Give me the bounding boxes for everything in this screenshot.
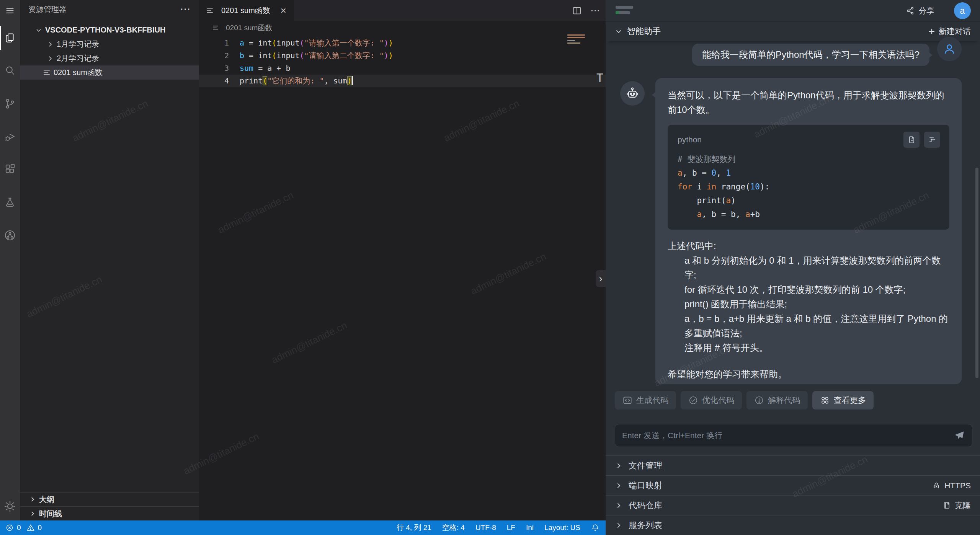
chevron-right-icon [47, 41, 57, 48]
share-icon [906, 6, 915, 15]
assistant-section-header: 智能助手 新建对话 [606, 21, 980, 41]
activity-bar [0, 0, 20, 520]
panel-topbar: 分享 a [606, 0, 980, 22]
new-chat-label: 新建对话 [939, 26, 971, 37]
clone-button[interactable]: 克隆 [942, 500, 971, 511]
panel-expand-chevron[interactable]: › [596, 270, 606, 287]
eol-sequence[interactable]: LF [507, 524, 515, 532]
button-label: 优化代码 [702, 395, 734, 406]
share-button[interactable]: 分享 [906, 0, 934, 21]
timeline-section[interactable]: 时间线 [20, 506, 199, 520]
chat-code-block: python # 斐波那契数列a, b = 0, 1for i in range… [668, 125, 949, 230]
chevron-right-icon [615, 522, 622, 529]
plus-icon [928, 28, 936, 35]
more-actions-icon[interactable]: ⋯ [590, 5, 600, 16]
file-label: 0201 sum函数 [54, 67, 103, 78]
explanation-line: 注释用 # 符号开头。 [684, 341, 949, 355]
code-repo-section[interactable]: 代码仓库 克隆 [606, 495, 980, 515]
tree-folder-jan[interactable]: 1月学习记录 [20, 37, 199, 51]
user-message-bubble: 能给我一段简单的Python代码，学习一下相关语法吗? [692, 44, 929, 66]
error-count: 0 [17, 524, 21, 532]
assistant-explanation: 上述代码中: a 和 b 分别初始化为 0 和 1，用来计算斐波那契数列的前两个… [668, 239, 949, 355]
notifications-bell-icon[interactable] [591, 524, 599, 532]
chat-code-lines[interactable]: # 斐波那契数列a, b = 0, 1for i in range(10): p… [678, 152, 940, 221]
explanation-line: for 循环迭代 10 次，打印斐波那契数列的前 10 个数字; [684, 282, 949, 297]
app-window: 资源管理器 ⋯ VSCODE-PYTHON-V3-BKFFBIUH 1月学习记录… [0, 0, 980, 535]
folder-label: 2月学习记录 [57, 53, 99, 64]
code-language-label: python [678, 135, 702, 144]
drag-handle-icon[interactable] [616, 6, 633, 16]
assistant-closing-text: 希望能对您的学习带来帮助。 [668, 368, 949, 380]
minimap[interactable] [567, 34, 585, 45]
tree-file-selected[interactable]: 0201 sum函数 [20, 65, 199, 80]
button-label: 解释代码 [768, 395, 800, 406]
tree-folder-feb[interactable]: 2月学习记录 [20, 51, 199, 65]
explanation-line: 上述代码中: [668, 239, 949, 253]
warning-icon [26, 524, 35, 532]
https-button[interactable]: HTTPS [932, 481, 971, 490]
send-icon[interactable] [954, 430, 965, 441]
chevron-down-icon [35, 27, 45, 34]
keyboard-layout[interactable]: Layout: US [544, 524, 580, 532]
timeline-label: 时间线 [39, 509, 62, 519]
explanation-line: a，b = b，a+b 用来更新 a 和 b 的值，注意这里用到了 Python… [684, 312, 949, 341]
breadcrumb[interactable]: 0201 sum函数 [199, 21, 606, 35]
tree-root[interactable]: VSCODE-PYTHON-V3-BKFFBIUH [20, 23, 199, 37]
language-mode[interactable]: Ini [526, 524, 534, 532]
assistant-robot-avatar [620, 81, 645, 106]
port-mapping-section[interactable]: 端口映射 HTTPS [606, 475, 980, 495]
chat-input-box[interactable] [615, 424, 972, 447]
menu-icon[interactable] [0, 0, 20, 21]
generate-code-button[interactable]: 生成代码 [615, 391, 676, 409]
editor-tab[interactable]: 0201 sum函数 ✕ [199, 0, 294, 21]
optimize-code-button[interactable]: 优化代码 [681, 391, 742, 409]
tab-bar: 0201 sum函数 ✕ ⋯ [199, 0, 606, 21]
testing-flask-icon[interactable] [0, 186, 20, 219]
code-editor[interactable]: 1a = int(input("请输入第一个数字: "))2b = int(in… [199, 37, 606, 87]
chevron-down-icon[interactable] [615, 28, 622, 35]
section-label: 端口映射 [629, 480, 662, 491]
split-editor-icon[interactable] [572, 6, 582, 16]
chevron-right-icon [615, 502, 622, 509]
assistant-panel: 分享 a 智能助手 新建对话 能给我一段简单的Python代码，学习一下相关语法… [606, 0, 980, 535]
outline-section[interactable]: 大纲 [20, 492, 199, 506]
cursor-position[interactable]: 行 4, 列 21 [397, 523, 431, 533]
explorer-icon[interactable] [0, 21, 20, 54]
service-list-section[interactable]: 服务列表 [606, 515, 980, 535]
close-icon[interactable]: ✕ [280, 6, 287, 15]
assistant-message-bubble: 当然可以，以下是一个简单的Python代码，用于求解斐波那契数列的前10个数。 … [655, 78, 962, 384]
view-more-button[interactable]: 查看更多 [812, 391, 874, 409]
settings-gear-icon[interactable] [0, 500, 20, 513]
encoding[interactable]: UTF-8 [475, 524, 496, 532]
more-actions-icon[interactable]: ⋯ [180, 7, 191, 11]
explain-code-button[interactable]: 解释代码 [746, 391, 808, 409]
search-icon[interactable] [0, 54, 20, 87]
button-label: 查看更多 [834, 395, 866, 406]
file-manager-section[interactable]: 文件管理 [606, 455, 980, 475]
tab-title: 0201 sum函数 [221, 5, 270, 16]
indentation[interactable]: 空格: 4 [442, 523, 465, 533]
section-action-label: 克隆 [955, 500, 971, 511]
chat-input[interactable] [615, 431, 972, 440]
file-icon [207, 8, 213, 13]
lock-icon [932, 481, 941, 490]
explorer-sidebar: 资源管理器 ⋯ VSCODE-PYTHON-V3-BKFFBIUH 1月学习记录… [20, 0, 199, 520]
button-label: 生成代码 [636, 395, 668, 406]
insert-code-icon[interactable] [924, 132, 940, 148]
source-control-icon[interactable] [0, 87, 20, 120]
problems-status[interactable]: 0 0 [5, 524, 42, 532]
copy-code-icon[interactable] [903, 132, 920, 148]
section-action-label: HTTPS [944, 481, 971, 490]
remote-explorer-icon[interactable] [0, 219, 20, 252]
explanation-line: print() 函数用于输出结果; [684, 297, 949, 312]
extensions-icon[interactable] [0, 153, 20, 186]
editor-area: 0201 sum函数 ✕ ⋯ 0201 sum函数 1a = int(input… [199, 0, 606, 520]
chat-scrollbar[interactable] [975, 168, 978, 378]
user-account-avatar[interactable]: a [954, 2, 971, 19]
sidebar-title: 资源管理器 [28, 4, 67, 15]
new-chat-button[interactable]: 新建对话 [928, 26, 971, 37]
root-folder-label: VSCODE-PYTHON-V3-BKFFBIUH [45, 26, 165, 34]
assistant-intro-text: 当然可以，以下是一个简单的Python代码，用于求解斐波那契数列的前10个数。 [668, 88, 949, 117]
folder-label: 1月学习记录 [57, 39, 99, 49]
run-debug-icon[interactable] [0, 120, 20, 153]
